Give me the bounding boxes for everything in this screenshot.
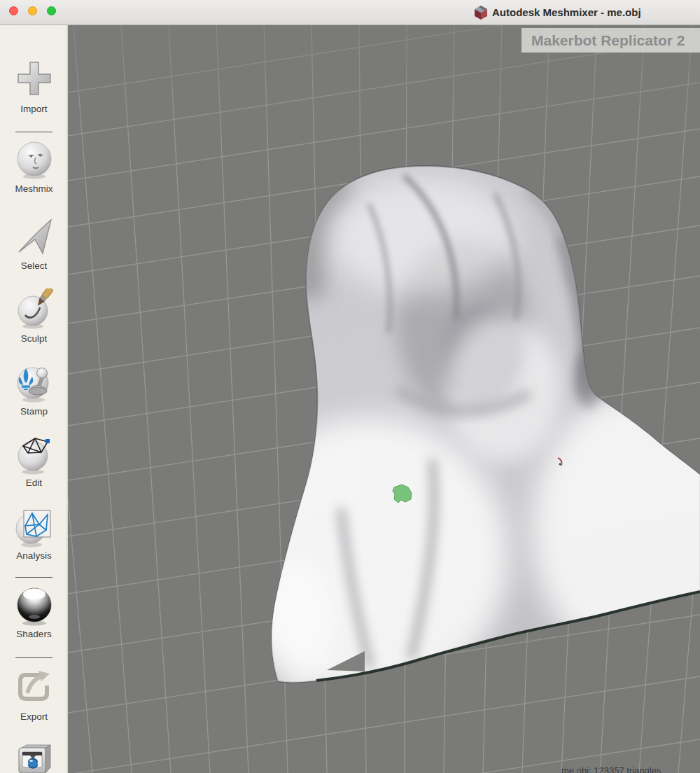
3d-viewport[interactable]	[68, 25, 700, 773]
sidebar-item-sculpt[interactable]: Sculpt	[0, 288, 68, 358]
meshmix-icon	[15, 139, 54, 182]
analysis-icon	[15, 506, 54, 549]
status-triangle-count: me.obj: 123357 triangles	[561, 765, 700, 773]
title-bar: Autodesk Meshmixer - me.obj	[0, 0, 700, 25]
sidebar-item-label: Analysis	[0, 550, 68, 561]
sidebar-item-label: Import	[0, 104, 68, 114]
sidebar-item-print[interactable]: Print	[0, 739, 68, 773]
meshmixer-window: { "window": { "title": "Autodesk Meshmix…	[0, 0, 700, 773]
close-button[interactable]	[9, 6, 18, 15]
window-title: Autodesk Meshmixer - me.obj	[492, 0, 641, 25]
sidebar-item-label: Meshmix	[0, 183, 68, 194]
printer-name-label: Makerbot Replicator 2	[522, 28, 700, 53]
minimize-button[interactable]	[28, 6, 37, 15]
sidebar-item-label: Export	[0, 711, 68, 722]
stamp-icon	[15, 361, 54, 405]
sidebar-item-label: Shaders	[0, 629, 68, 639]
sidebar-item-shaders[interactable]: Shaders	[0, 584, 68, 654]
viewport-canvas	[68, 25, 700, 773]
edit-icon	[15, 433, 54, 476]
export-icon	[15, 667, 54, 710]
print-icon	[15, 739, 54, 773]
sidebar-item-export[interactable]: Export	[0, 667, 68, 737]
zoom-button[interactable]	[47, 6, 56, 15]
sidebar-item-stamp[interactable]: Stamp	[0, 361, 68, 431]
meshmixer-app-icon	[473, 5, 489, 20]
toolbar-sidebar: Import Meshmix Select	[0, 25, 68, 773]
sidebar-divider	[15, 657, 52, 658]
sidebar-item-label: Select	[0, 260, 68, 271]
sidebar-item-label: Sculpt	[0, 333, 68, 344]
import-icon	[15, 59, 54, 102]
sidebar-item-label: Stamp	[0, 406, 68, 417]
sidebar-item-select[interactable]: Select	[0, 216, 68, 286]
shaders-icon	[15, 584, 54, 627]
select-icon	[15, 216, 54, 259]
sculpt-icon	[15, 288, 54, 332]
sidebar-divider	[15, 132, 52, 132]
sidebar-item-import[interactable]: Import	[0, 59, 68, 129]
sidebar-item-label: Edit	[0, 478, 68, 488]
sidebar-item-edit[interactable]: Edit	[0, 433, 68, 503]
sidebar-divider	[15, 577, 52, 578]
sidebar-item-analysis[interactable]: Analysis	[0, 506, 68, 576]
mesh-defect-dot	[559, 464, 561, 466]
sidebar-item-meshmix[interactable]: Meshmix	[0, 139, 68, 209]
